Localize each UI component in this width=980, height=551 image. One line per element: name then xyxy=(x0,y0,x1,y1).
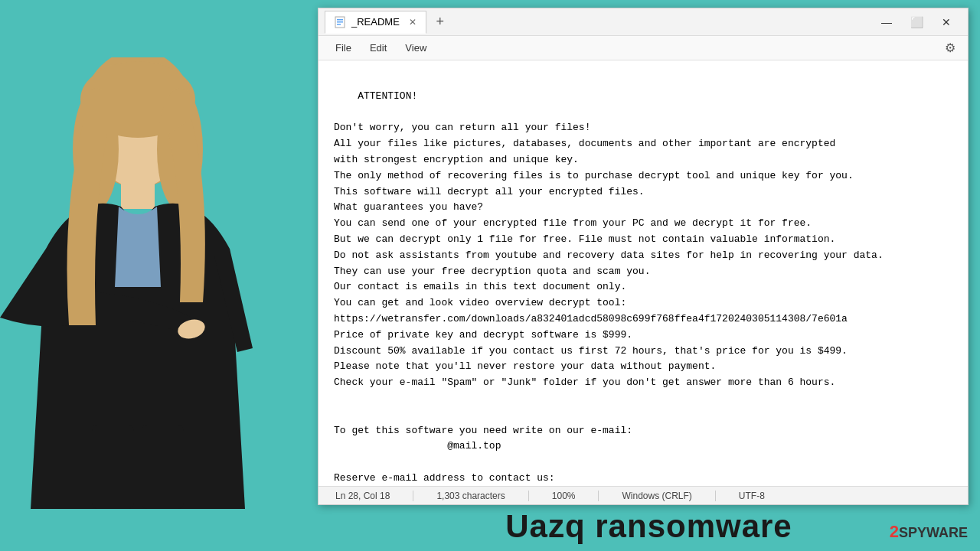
svg-rect-5 xyxy=(121,178,155,209)
status-bar: Ln 28, Col 18 1,303 characters 100% Wind… xyxy=(318,486,968,504)
encoding: UTF-8 xyxy=(731,491,773,501)
svg-rect-10 xyxy=(337,19,343,21)
zoom-level: 100% xyxy=(544,491,583,501)
menu-file[interactable]: File xyxy=(328,39,359,57)
title-bar: _README ✕ + — ⬜ ✕ xyxy=(318,8,968,36)
settings-icon[interactable]: ⚙ xyxy=(942,37,959,58)
character-count: 1,303 characters xyxy=(429,491,512,501)
notepad-window: _README ✕ + — ⬜ ✕ File Edit View ⚙ ATTEN… xyxy=(318,8,969,505)
brand-prefix: 2 xyxy=(890,522,899,541)
menu-view[interactable]: View xyxy=(397,39,434,57)
svg-rect-12 xyxy=(337,24,341,25)
status-sep-3 xyxy=(598,491,599,501)
menu-edit[interactable]: Edit xyxy=(362,39,394,57)
status-sep-4 xyxy=(715,491,716,501)
ransomware-note-text: ATTENTION! Don't worry, you can return a… xyxy=(334,90,884,486)
svg-rect-8 xyxy=(142,425,184,509)
tab-close-button[interactable]: ✕ xyxy=(409,17,416,28)
page-caption: Uazq ransomware xyxy=(318,508,980,545)
minimize-button[interactable]: — xyxy=(877,15,897,30)
caption-title: Uazq ransomware xyxy=(505,508,792,544)
cursor-position: Ln 28, Col 18 xyxy=(328,491,397,501)
text-editor-content[interactable]: ATTENTION! Don't worry, you can return a… xyxy=(318,60,968,486)
brand-name: SPYWARE xyxy=(899,525,968,540)
status-sep-2 xyxy=(528,491,529,501)
svg-rect-7 xyxy=(92,425,134,509)
active-tab[interactable]: _README ✕ xyxy=(325,11,426,34)
new-tab-button[interactable]: + xyxy=(430,11,451,33)
status-sep-1 xyxy=(413,491,413,501)
notepad-icon xyxy=(335,16,345,28)
menu-bar: File Edit View ⚙ xyxy=(318,36,968,60)
window-controls: — ⬜ ✕ xyxy=(877,15,962,30)
maximize-button[interactable]: ⬜ xyxy=(906,15,928,30)
brand-badge: 2SPYWARE xyxy=(890,522,968,542)
title-bar-left: _README ✕ + xyxy=(325,11,877,34)
close-button[interactable]: ✕ xyxy=(937,15,956,30)
line-ending: Windows (CRLF) xyxy=(614,491,699,501)
svg-rect-11 xyxy=(337,21,343,23)
person-illustration xyxy=(0,50,314,509)
tab-title: _README xyxy=(351,16,400,28)
